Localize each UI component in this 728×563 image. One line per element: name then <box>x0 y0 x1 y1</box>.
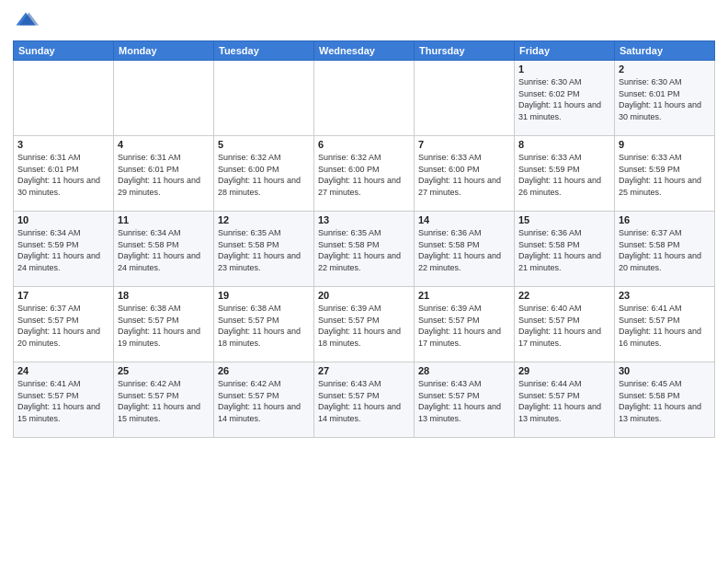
day-info: Sunrise: 6:32 AM Sunset: 6:00 PM Dayligh… <box>218 152 310 198</box>
day-number: 16 <box>619 214 711 225</box>
day-number: 17 <box>17 290 109 301</box>
day-number: 20 <box>318 290 410 301</box>
day-number: 22 <box>518 290 610 301</box>
header <box>13 9 715 35</box>
calendar-cell: 5Sunrise: 6:32 AM Sunset: 6:00 PM Daylig… <box>214 136 314 212</box>
day-number: 28 <box>418 365 510 376</box>
calendar-cell: 18Sunrise: 6:38 AM Sunset: 5:57 PM Dayli… <box>114 287 214 362</box>
day-number: 21 <box>418 290 510 301</box>
day-info: Sunrise: 6:31 AM Sunset: 6:01 PM Dayligh… <box>17 152 109 198</box>
calendar-cell: 2Sunrise: 6:30 AM Sunset: 6:01 PM Daylig… <box>615 61 715 136</box>
calendar-week-5: 24Sunrise: 6:41 AM Sunset: 5:57 PM Dayli… <box>14 362 715 438</box>
logo <box>13 9 42 35</box>
day-info: Sunrise: 6:41 AM Sunset: 5:57 PM Dayligh… <box>619 303 711 349</box>
calendar: SundayMondayTuesdayWednesdayThursdayFrid… <box>13 40 715 438</box>
calendar-header-wednesday: Wednesday <box>314 41 415 61</box>
day-number: 13 <box>318 214 410 225</box>
day-number: 10 <box>17 214 109 225</box>
calendar-cell: 12Sunrise: 6:35 AM Sunset: 5:58 PM Dayli… <box>214 212 314 287</box>
logo-icon <box>13 9 39 35</box>
calendar-cell: 15Sunrise: 6:36 AM Sunset: 5:58 PM Dayli… <box>515 212 615 287</box>
calendar-cell: 6Sunrise: 6:32 AM Sunset: 6:00 PM Daylig… <box>314 136 415 212</box>
day-number: 14 <box>418 214 510 225</box>
day-info: Sunrise: 6:37 AM Sunset: 5:57 PM Dayligh… <box>17 303 109 349</box>
day-info: Sunrise: 6:37 AM Sunset: 5:58 PM Dayligh… <box>619 227 711 273</box>
day-number: 12 <box>218 214 310 225</box>
day-info: Sunrise: 6:31 AM Sunset: 6:01 PM Dayligh… <box>118 152 210 198</box>
day-info: Sunrise: 6:38 AM Sunset: 5:57 PM Dayligh… <box>218 303 310 349</box>
calendar-cell <box>114 61 214 136</box>
day-number: 30 <box>619 365 711 376</box>
day-number: 24 <box>17 365 109 376</box>
calendar-cell: 7Sunrise: 6:33 AM Sunset: 6:00 PM Daylig… <box>415 136 515 212</box>
day-info: Sunrise: 6:39 AM Sunset: 5:57 PM Dayligh… <box>418 303 510 349</box>
day-info: Sunrise: 6:33 AM Sunset: 6:00 PM Dayligh… <box>418 152 510 198</box>
calendar-cell: 4Sunrise: 6:31 AM Sunset: 6:01 PM Daylig… <box>114 136 214 212</box>
calendar-header-tuesday: Tuesday <box>214 41 314 61</box>
day-info: Sunrise: 6:43 AM Sunset: 5:57 PM Dayligh… <box>418 378 510 424</box>
day-info: Sunrise: 6:38 AM Sunset: 5:57 PM Dayligh… <box>118 303 210 349</box>
day-number: 2 <box>619 63 711 75</box>
day-number: 8 <box>518 139 610 150</box>
day-info: Sunrise: 6:42 AM Sunset: 5:57 PM Dayligh… <box>118 378 210 424</box>
day-number: 9 <box>619 139 711 150</box>
day-info: Sunrise: 6:32 AM Sunset: 6:00 PM Dayligh… <box>318 152 410 198</box>
calendar-cell <box>14 61 114 136</box>
day-info: Sunrise: 6:30 AM Sunset: 6:01 PM Dayligh… <box>619 76 711 122</box>
day-number: 26 <box>218 365 310 376</box>
calendar-header-monday: Monday <box>114 41 214 61</box>
day-info: Sunrise: 6:35 AM Sunset: 5:58 PM Dayligh… <box>218 227 310 273</box>
day-number: 1 <box>518 63 610 75</box>
calendar-cell: 26Sunrise: 6:42 AM Sunset: 5:57 PM Dayli… <box>214 362 314 438</box>
calendar-cell: 22Sunrise: 6:40 AM Sunset: 5:57 PM Dayli… <box>515 287 615 362</box>
main-container: SundayMondayTuesdayWednesdayThursdayFrid… <box>0 0 728 563</box>
calendar-header-thursday: Thursday <box>415 41 515 61</box>
calendar-cell <box>415 61 515 136</box>
calendar-cell: 29Sunrise: 6:44 AM Sunset: 5:57 PM Dayli… <box>515 362 615 438</box>
day-info: Sunrise: 6:34 AM Sunset: 5:59 PM Dayligh… <box>17 227 109 273</box>
day-info: Sunrise: 6:43 AM Sunset: 5:57 PM Dayligh… <box>318 378 410 424</box>
day-number: 15 <box>518 214 610 225</box>
calendar-cell: 8Sunrise: 6:33 AM Sunset: 5:59 PM Daylig… <box>515 136 615 212</box>
day-info: Sunrise: 6:33 AM Sunset: 5:59 PM Dayligh… <box>619 152 711 198</box>
calendar-cell: 25Sunrise: 6:42 AM Sunset: 5:57 PM Dayli… <box>114 362 214 438</box>
calendar-cell: 14Sunrise: 6:36 AM Sunset: 5:58 PM Dayli… <box>415 212 515 287</box>
calendar-cell <box>214 61 314 136</box>
day-info: Sunrise: 6:39 AM Sunset: 5:57 PM Dayligh… <box>318 303 410 349</box>
calendar-week-2: 3Sunrise: 6:31 AM Sunset: 6:01 PM Daylig… <box>14 136 715 212</box>
calendar-cell: 23Sunrise: 6:41 AM Sunset: 5:57 PM Dayli… <box>615 287 715 362</box>
calendar-week-4: 17Sunrise: 6:37 AM Sunset: 5:57 PM Dayli… <box>14 287 715 362</box>
calendar-cell <box>314 61 415 136</box>
day-info: Sunrise: 6:42 AM Sunset: 5:57 PM Dayligh… <box>218 378 310 424</box>
day-info: Sunrise: 6:41 AM Sunset: 5:57 PM Dayligh… <box>17 378 109 424</box>
calendar-week-1: 1Sunrise: 6:30 AM Sunset: 6:02 PM Daylig… <box>14 61 715 136</box>
calendar-cell: 3Sunrise: 6:31 AM Sunset: 6:01 PM Daylig… <box>14 136 114 212</box>
calendar-cell: 20Sunrise: 6:39 AM Sunset: 5:57 PM Dayli… <box>314 287 415 362</box>
day-info: Sunrise: 6:36 AM Sunset: 5:58 PM Dayligh… <box>418 227 510 273</box>
calendar-week-3: 10Sunrise: 6:34 AM Sunset: 5:59 PM Dayli… <box>14 212 715 287</box>
day-info: Sunrise: 6:45 AM Sunset: 5:58 PM Dayligh… <box>619 378 711 424</box>
day-number: 3 <box>17 139 109 150</box>
day-info: Sunrise: 6:36 AM Sunset: 5:58 PM Dayligh… <box>518 227 610 273</box>
day-info: Sunrise: 6:33 AM Sunset: 5:59 PM Dayligh… <box>518 152 610 198</box>
day-number: 19 <box>218 290 310 301</box>
day-number: 6 <box>318 139 410 150</box>
day-number: 27 <box>318 365 410 376</box>
day-number: 29 <box>518 365 610 376</box>
calendar-header-row: SundayMondayTuesdayWednesdayThursdayFrid… <box>14 41 715 61</box>
calendar-cell: 11Sunrise: 6:34 AM Sunset: 5:58 PM Dayli… <box>114 212 214 287</box>
calendar-header-friday: Friday <box>515 41 615 61</box>
day-number: 4 <box>118 139 210 150</box>
day-number: 23 <box>619 290 711 301</box>
day-number: 5 <box>218 139 310 150</box>
day-number: 11 <box>118 214 210 225</box>
calendar-cell: 17Sunrise: 6:37 AM Sunset: 5:57 PM Dayli… <box>14 287 114 362</box>
day-info: Sunrise: 6:44 AM Sunset: 5:57 PM Dayligh… <box>518 378 610 424</box>
day-number: 25 <box>118 365 210 376</box>
calendar-cell: 30Sunrise: 6:45 AM Sunset: 5:58 PM Dayli… <box>615 362 715 438</box>
calendar-cell: 1Sunrise: 6:30 AM Sunset: 6:02 PM Daylig… <box>515 61 615 136</box>
day-info: Sunrise: 6:40 AM Sunset: 5:57 PM Dayligh… <box>518 303 610 349</box>
calendar-cell: 9Sunrise: 6:33 AM Sunset: 5:59 PM Daylig… <box>615 136 715 212</box>
calendar-header-saturday: Saturday <box>615 41 715 61</box>
calendar-cell: 13Sunrise: 6:35 AM Sunset: 5:58 PM Dayli… <box>314 212 415 287</box>
